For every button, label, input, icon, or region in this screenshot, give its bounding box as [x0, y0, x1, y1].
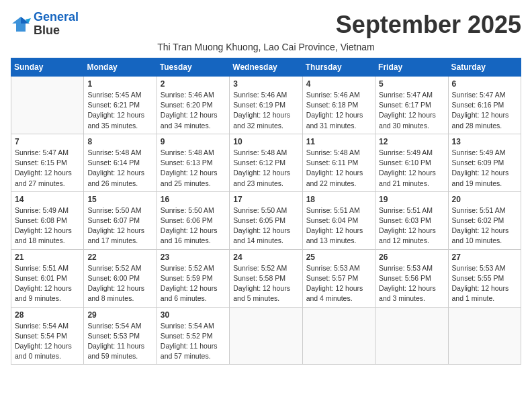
calendar-cell: 24Sunrise: 5:52 AM Sunset: 5:58 PM Dayli…	[230, 249, 302, 307]
calendar-cell: 30Sunrise: 5:54 AM Sunset: 5:52 PM Dayli…	[157, 307, 229, 365]
day-number: 13	[452, 137, 517, 146]
day-info: Sunrise: 5:47 AM Sunset: 6:15 PM Dayligh…	[15, 148, 80, 189]
day-number: 9	[161, 137, 226, 146]
day-number: 19	[379, 195, 444, 204]
day-number: 14	[15, 195, 80, 204]
month-title: September 2025	[336, 11, 521, 39]
weekday-header-wednesday: Wednesday	[230, 58, 302, 77]
day-number: 22	[87, 253, 152, 262]
day-info: Sunrise: 5:53 AM Sunset: 5:55 PM Dayligh…	[452, 263, 517, 304]
weekday-header-thursday: Thursday	[302, 58, 375, 77]
day-number: 15	[87, 195, 152, 204]
week-row-5: 28Sunrise: 5:54 AM Sunset: 5:54 PM Dayli…	[11, 307, 521, 365]
calendar-cell: 2Sunrise: 5:46 AM Sunset: 6:20 PM Daylig…	[157, 77, 229, 134]
calendar-cell: 20Sunrise: 5:51 AM Sunset: 6:02 PM Dayli…	[448, 191, 521, 249]
day-number: 5	[379, 79, 444, 89]
calendar-cell: 22Sunrise: 5:52 AM Sunset: 6:00 PM Dayli…	[84, 249, 157, 307]
calendar-cell: 18Sunrise: 5:51 AM Sunset: 6:04 PM Dayli…	[302, 191, 375, 249]
weekday-header-friday: Friday	[375, 58, 448, 77]
day-info: Sunrise: 5:49 AM Sunset: 6:08 PM Dayligh…	[15, 205, 80, 246]
weekday-header-saturday: Saturday	[448, 58, 521, 77]
calendar-cell: 12Sunrise: 5:49 AM Sunset: 6:10 PM Dayli…	[375, 134, 448, 191]
calendar-cell: 13Sunrise: 5:49 AM Sunset: 6:09 PM Dayli…	[448, 134, 521, 191]
logo-text: General Blue	[34, 11, 79, 38]
day-info: Sunrise: 5:47 AM Sunset: 6:17 PM Dayligh…	[379, 90, 444, 131]
day-number: 10	[233, 137, 298, 146]
calendar-cell	[302, 307, 375, 365]
calendar-cell: 23Sunrise: 5:52 AM Sunset: 5:59 PM Dayli…	[157, 249, 229, 307]
day-number: 11	[306, 137, 371, 146]
day-info: Sunrise: 5:49 AM Sunset: 6:09 PM Dayligh…	[452, 148, 517, 189]
calendar-cell: 21Sunrise: 5:51 AM Sunset: 6:01 PM Dayli…	[11, 249, 84, 307]
day-info: Sunrise: 5:46 AM Sunset: 6:20 PM Dayligh…	[161, 90, 226, 131]
day-number: 12	[379, 137, 444, 146]
day-info: Sunrise: 5:48 AM Sunset: 6:13 PM Dayligh…	[161, 148, 226, 189]
day-info: Sunrise: 5:51 AM Sunset: 6:01 PM Dayligh…	[15, 263, 80, 304]
day-number: 24	[233, 253, 298, 262]
weekday-header-monday: Monday	[84, 58, 157, 77]
day-info: Sunrise: 5:45 AM Sunset: 6:21 PM Dayligh…	[87, 90, 152, 131]
calendar-cell: 15Sunrise: 5:50 AM Sunset: 6:07 PM Dayli…	[84, 191, 157, 249]
day-number: 1	[87, 79, 152, 89]
logo-icon	[11, 14, 31, 34]
day-number: 2	[161, 79, 226, 89]
calendar-cell	[11, 77, 84, 134]
logo-line1: General	[34, 10, 79, 24]
day-info: Sunrise: 5:48 AM Sunset: 6:12 PM Dayligh…	[233, 148, 298, 189]
day-number: 3	[233, 79, 298, 89]
calendar-cell: 3Sunrise: 5:46 AM Sunset: 6:19 PM Daylig…	[230, 77, 302, 134]
week-row-2: 7Sunrise: 5:47 AM Sunset: 6:15 PM Daylig…	[11, 134, 521, 191]
day-number: 18	[306, 195, 371, 204]
calendar-cell: 26Sunrise: 5:53 AM Sunset: 5:56 PM Dayli…	[375, 249, 448, 307]
calendar-cell	[230, 307, 302, 365]
day-number: 28	[15, 310, 80, 320]
day-number: 7	[15, 137, 80, 146]
day-number: 26	[379, 253, 444, 262]
calendar-cell: 1Sunrise: 5:45 AM Sunset: 6:21 PM Daylig…	[84, 77, 157, 134]
day-info: Sunrise: 5:48 AM Sunset: 6:14 PM Dayligh…	[87, 148, 152, 189]
calendar-table: SundayMondayTuesdayWednesdayThursdayFrid…	[11, 58, 521, 365]
day-info: Sunrise: 5:54 AM Sunset: 5:53 PM Dayligh…	[87, 321, 152, 362]
day-info: Sunrise: 5:46 AM Sunset: 6:19 PM Dayligh…	[233, 90, 298, 131]
logo: General Blue	[11, 11, 79, 38]
day-info: Sunrise: 5:50 AM Sunset: 6:06 PM Dayligh…	[161, 205, 226, 246]
day-number: 8	[87, 137, 152, 146]
day-number: 25	[306, 253, 371, 262]
day-info: Sunrise: 5:54 AM Sunset: 5:52 PM Dayligh…	[161, 321, 226, 362]
day-info: Sunrise: 5:50 AM Sunset: 6:07 PM Dayligh…	[87, 205, 152, 246]
calendar-cell: 10Sunrise: 5:48 AM Sunset: 6:12 PM Dayli…	[230, 134, 302, 191]
week-row-3: 14Sunrise: 5:49 AM Sunset: 6:08 PM Dayli…	[11, 191, 521, 249]
day-info: Sunrise: 5:51 AM Sunset: 6:04 PM Dayligh…	[306, 205, 371, 246]
week-row-1: 1Sunrise: 5:45 AM Sunset: 6:21 PM Daylig…	[11, 77, 521, 134]
calendar-cell: 25Sunrise: 5:53 AM Sunset: 5:57 PM Dayli…	[302, 249, 375, 307]
day-info: Sunrise: 5:52 AM Sunset: 6:00 PM Dayligh…	[87, 263, 152, 304]
location-subtitle: Thi Tran Muong Khuong, Lao Cai Province,…	[11, 42, 521, 52]
calendar-cell	[375, 307, 448, 365]
day-info: Sunrise: 5:52 AM Sunset: 5:58 PM Dayligh…	[233, 263, 298, 304]
page-header: General Blue September 2025	[11, 11, 521, 39]
calendar-cell: 4Sunrise: 5:46 AM Sunset: 6:18 PM Daylig…	[302, 77, 375, 134]
weekday-header-sunday: Sunday	[11, 58, 84, 77]
title-block: September 2025	[336, 11, 521, 39]
week-row-4: 21Sunrise: 5:51 AM Sunset: 6:01 PM Dayli…	[11, 249, 521, 307]
day-number: 23	[161, 253, 226, 262]
day-number: 29	[87, 310, 152, 320]
calendar-cell: 29Sunrise: 5:54 AM Sunset: 5:53 PM Dayli…	[84, 307, 157, 365]
day-number: 27	[452, 253, 517, 262]
day-info: Sunrise: 5:53 AM Sunset: 5:56 PM Dayligh…	[379, 263, 444, 304]
calendar-cell: 9Sunrise: 5:48 AM Sunset: 6:13 PM Daylig…	[157, 134, 229, 191]
calendar-cell: 8Sunrise: 5:48 AM Sunset: 6:14 PM Daylig…	[84, 134, 157, 191]
calendar-cell: 28Sunrise: 5:54 AM Sunset: 5:54 PM Dayli…	[11, 307, 84, 365]
day-number: 4	[306, 79, 371, 89]
day-info: Sunrise: 5:54 AM Sunset: 5:54 PM Dayligh…	[15, 321, 80, 362]
weekday-header-row: SundayMondayTuesdayWednesdayThursdayFrid…	[11, 58, 521, 77]
logo-line2: Blue	[34, 24, 79, 38]
day-info: Sunrise: 5:53 AM Sunset: 5:57 PM Dayligh…	[306, 263, 371, 304]
calendar-cell	[448, 307, 521, 365]
calendar-cell: 27Sunrise: 5:53 AM Sunset: 5:55 PM Dayli…	[448, 249, 521, 307]
day-number: 21	[15, 253, 80, 262]
day-info: Sunrise: 5:47 AM Sunset: 6:16 PM Dayligh…	[452, 90, 517, 131]
calendar-cell: 14Sunrise: 5:49 AM Sunset: 6:08 PM Dayli…	[11, 191, 84, 249]
day-number: 16	[161, 195, 226, 204]
day-info: Sunrise: 5:49 AM Sunset: 6:10 PM Dayligh…	[379, 148, 444, 189]
